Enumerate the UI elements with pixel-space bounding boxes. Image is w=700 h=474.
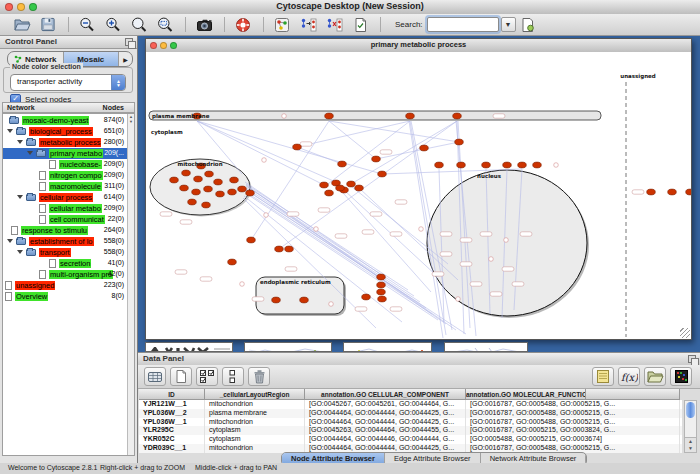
desktop-area: primary metabolic process plasma membran… xyxy=(138,36,700,352)
tree-row[interactable]: unassigned223(0) xyxy=(3,280,127,291)
zoom-fit-button[interactable] xyxy=(127,15,151,34)
network-window-titlebar[interactable]: primary metabolic process xyxy=(146,39,691,53)
tree-row[interactable]: primary metabo209(... xyxy=(3,148,127,159)
network-view-window[interactable]: primary metabolic process plasma membran… xyxy=(145,38,692,340)
trash-icon xyxy=(252,369,267,384)
toolbar-separator xyxy=(224,17,225,32)
node-color-selection-legend: Node color selection xyxy=(10,63,83,70)
table-cell: [GO:0045263, GO:0044464, GO:0044455, G..… xyxy=(305,426,466,435)
scroll-up-icon[interactable]: ▲ xyxy=(685,438,696,445)
expand-arrow-icon[interactable] xyxy=(7,129,13,133)
tree-row[interactable]: establishment of lo558(0) xyxy=(3,236,127,247)
tree-row[interactable]: Overview8(0) xyxy=(3,291,127,302)
node-color-dropdown[interactable]: transporter activity ▲▼ xyxy=(10,74,126,91)
app-titlebar[interactable]: Cytoscape Desktop (New Session) xyxy=(0,0,700,15)
tree-row[interactable]: cellular metabo209(0) xyxy=(3,203,127,214)
column-header[interactable]: ID xyxy=(139,389,205,400)
tree-row[interactable]: metabolic process280(0) xyxy=(3,137,127,148)
search-dropdown-button[interactable]: ▼ xyxy=(501,17,516,32)
control-panel-title: Control Panel xyxy=(5,37,57,46)
attribute-table-button[interactable] xyxy=(144,367,166,386)
new-page-icon xyxy=(174,369,188,384)
table-row[interactable]: YKR052Ccytoplasm[GO:0044464, GO:0044446,… xyxy=(139,435,682,444)
tree-row[interactable]: secretion41(0) xyxy=(3,258,127,269)
tree-scrollbar[interactable]: ▲ ▼ xyxy=(127,114,134,455)
tree-row[interactable]: biological_process651(0) xyxy=(3,126,127,137)
delete-attribute-button[interactable] xyxy=(248,367,270,386)
table-row[interactable]: YLR295Ccytoplasm[GO:0045263, GO:0044464,… xyxy=(139,426,682,435)
tree-row[interactable]: response to stimulu264(0) xyxy=(3,225,127,236)
tree-row[interactable]: cellular process614(0) xyxy=(3,192,127,203)
float-panel-icon[interactable] xyxy=(125,38,133,46)
column-header[interactable]: annotation.GO MOLECULAR_FUNCTION xyxy=(466,389,586,400)
background-window-preview[interactable] xyxy=(145,342,233,352)
tree-row[interactable]: nucleobase-209(0) xyxy=(3,159,127,170)
tree-row-count: 209(0) xyxy=(104,160,124,167)
expand-arrow-icon[interactable] xyxy=(17,140,23,144)
configure-search-button[interactable] xyxy=(516,15,540,34)
tree-row-label: response to stimulu xyxy=(21,226,88,235)
file-icon xyxy=(5,281,12,290)
table-cell: [GO:0045267, GO:0045261, GO:0044464, G..… xyxy=(305,400,466,409)
scroll-down-icon[interactable]: ▼ xyxy=(128,119,134,124)
import-attributes-button[interactable] xyxy=(644,367,666,386)
expand-arrow-icon[interactable] xyxy=(27,151,33,155)
tree-row[interactable]: mosaic-demo-yeast874(0) xyxy=(3,115,127,126)
tabs-overflow-button[interactable]: ▶ xyxy=(119,52,132,66)
network-canvas[interactable]: plasma membranecytoplasmmitochondrionnuc… xyxy=(146,52,691,339)
expand-arrow-icon[interactable] xyxy=(17,250,23,254)
folder-icon xyxy=(26,194,36,201)
background-window-preview[interactable] xyxy=(343,342,432,352)
resize-grip[interactable] xyxy=(680,328,690,338)
new-attribute-button[interactable] xyxy=(170,367,192,386)
unselect-attributes-button[interactable] xyxy=(222,367,244,386)
tree-row[interactable]: nitrogen compo209(0) xyxy=(3,170,127,181)
attribute-notes-button[interactable] xyxy=(592,367,614,386)
scrollbar-buttons[interactable]: ▲▼ xyxy=(685,437,696,452)
create-network-view-icon xyxy=(300,17,317,33)
column-header[interactable]: annotation.GO CELLULAR_COMPONENT xyxy=(305,389,466,400)
search-input[interactable] xyxy=(427,17,499,32)
attribute-matrix-button[interactable] xyxy=(670,367,692,386)
table-icon xyxy=(147,370,163,384)
tree-row[interactable]: macromolecule311(0) xyxy=(3,181,127,192)
tree-row[interactable]: cell communicat22(0) xyxy=(3,214,127,225)
annotation-button[interactable] xyxy=(348,15,372,34)
snapshot-button[interactable] xyxy=(192,15,216,34)
tree-row[interactable]: multi-organism pro42(0) xyxy=(3,269,127,280)
tree-row[interactable]: transport558(0) xyxy=(3,247,127,258)
table-cell: [GO:0016787, GO:0005488, GO:0005215, G..… xyxy=(466,400,680,409)
table-scrollbar[interactable]: ▲▼ xyxy=(684,400,697,453)
file-icon xyxy=(39,204,46,213)
background-window-preview[interactable] xyxy=(444,342,528,352)
annotation-icon xyxy=(353,17,368,33)
application-window: Cytoscape Desktop (New Session) Search: … xyxy=(0,0,700,474)
table-row[interactable]: YPL036W__1mitochondrion[GO:0044464, GO:0… xyxy=(139,418,682,427)
folder-icon xyxy=(9,117,19,124)
select-attributes-button[interactable] xyxy=(196,367,218,386)
expand-arrow-icon[interactable] xyxy=(17,195,23,199)
open-session-button[interactable] xyxy=(10,15,34,34)
zoom-in-button[interactable] xyxy=(101,15,125,34)
vizmapper-button[interactable] xyxy=(270,15,294,34)
scroll-down-icon[interactable]: ▼ xyxy=(685,445,696,452)
file-icon xyxy=(39,171,46,180)
create-view-button[interactable] xyxy=(296,15,320,34)
destroy-view-button[interactable] xyxy=(322,15,346,34)
function-builder-button[interactable]: f(x) xyxy=(618,367,640,386)
tree-row-count: 614(0) xyxy=(104,193,124,200)
tree-row-count: 223(0) xyxy=(104,281,124,288)
background-window-preview[interactable] xyxy=(244,342,332,352)
help-button[interactable] xyxy=(231,15,255,34)
toolbar-separator xyxy=(263,17,264,32)
scrollbar-thumb[interactable] xyxy=(686,402,695,418)
zoom-selected-button[interactable] xyxy=(153,15,177,34)
tree-row-label: cellular process xyxy=(39,193,93,202)
table-row[interactable]: YJR121W__1mitochondrion[GO:0045267, GO:0… xyxy=(139,400,682,409)
float-panel-icon[interactable] xyxy=(688,355,696,363)
save-session-button[interactable] xyxy=(36,15,60,34)
expand-arrow-icon[interactable] xyxy=(7,239,13,243)
table-row[interactable]: YPL036W__2plasma membrane[GO:0044464, GO… xyxy=(139,409,682,418)
zoom-out-button[interactable] xyxy=(75,15,99,34)
column-header[interactable]: _cellularLayoutRegion xyxy=(205,389,305,400)
